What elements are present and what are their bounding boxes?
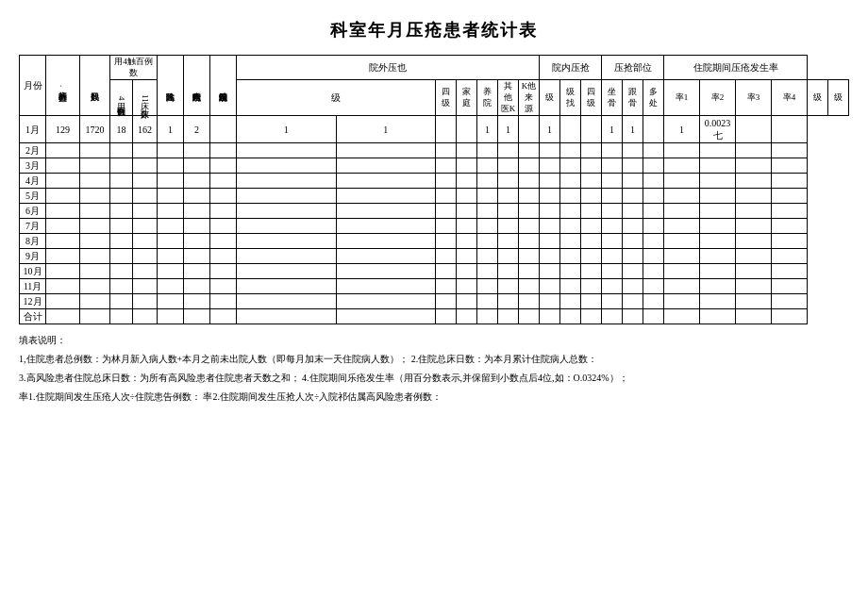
month-10: 10月: [20, 264, 46, 279]
site-multi-1: [643, 116, 664, 143]
notes-line-2: 3.高风险患者住院总床日数：为所有高风险患者住院患者天数之和； 4.住院期间乐疮…: [19, 370, 849, 387]
rate3-1: [736, 116, 772, 143]
inside-1-1: 1: [540, 116, 560, 143]
table-row: 5月: [20, 189, 849, 204]
site-sitting-header: 坐骨: [602, 80, 623, 116]
table-row: 12月: [20, 294, 849, 309]
notes-line-1: 1,住院患者总例数：为林月新入病人数+本月之前未出院人数（即每月加末一天住院病人…: [19, 351, 849, 368]
inside-1-header: 级: [540, 80, 560, 116]
outside-home-header: 家庭: [457, 80, 477, 116]
table-row: 4月: [20, 174, 849, 189]
site-heel-1: 1: [623, 116, 643, 143]
inside-4-header: 四级: [581, 80, 602, 116]
table-row: 11月: [20, 279, 849, 294]
rate2-1: 0.0023七: [700, 116, 736, 143]
table-row: 3月: [20, 158, 849, 174]
outside-g2-1: 1: [336, 116, 436, 143]
col-highrisk-header: 用4触百例数: [110, 56, 158, 80]
outside-k-1: [519, 116, 540, 143]
outside-g1-1: 1: [237, 116, 337, 143]
site-heel-header: 跟骨: [623, 80, 643, 116]
internal-new-1: 2: [184, 116, 210, 143]
outside-4-1: [436, 116, 457, 143]
month-6: 6月: [20, 204, 46, 219]
outside-k-header: K他来源: [519, 80, 540, 116]
col-days: 般妈日数: [80, 56, 110, 116]
patients-1: 129: [46, 116, 80, 143]
notes-title: 填表说明：: [19, 332, 849, 349]
highrisk-count-1: 18: [110, 116, 133, 143]
inside-2-1: [560, 116, 581, 143]
outside-nursing-1: 1: [477, 116, 498, 143]
month-2: 2月: [20, 143, 46, 158]
page-title: 科室年月压疮患者统计表: [19, 19, 849, 41]
site-sit-1: 1: [602, 116, 623, 143]
table-row-total: 合计: [20, 309, 849, 324]
table-row: 7月: [20, 219, 849, 234]
table-row: 6月: [20, 204, 849, 219]
table-row: 2月: [20, 143, 849, 158]
site-multi-header: 多处: [643, 80, 664, 116]
notes-section: 填表说明： 1,住院患者总例数：为林月新入病人数+本月之前未出院人数（即每月加末…: [19, 332, 849, 406]
col-highrisk-count: 用4触百例数: [110, 80, 133, 116]
col-internal-total: 涉以院端总例份: [210, 56, 237, 116]
month-4: 4月: [20, 174, 46, 189]
rate2-header: 率2: [700, 80, 736, 116]
month-9: 9月: [20, 249, 46, 264]
col-highrisk-beds: 床11床数: [133, 80, 158, 116]
inside-rescue-header: 院内压抢: [540, 56, 602, 80]
month-7: 7月: [20, 219, 46, 234]
rate1-1: 1: [664, 116, 700, 143]
col-highrisk-days: 高风险除住: [158, 56, 184, 116]
outside-grade2-header: 级: [828, 80, 849, 116]
month-8: 8月: [20, 234, 46, 249]
inside-4-1: [581, 116, 602, 143]
month-11: 11月: [20, 279, 46, 294]
month-3: 3月: [20, 158, 46, 174]
outside-4-header: 四级: [436, 80, 457, 116]
internal-total-1: [210, 116, 237, 143]
outside-grade-header: 级: [237, 80, 436, 116]
month-1: 1月: [20, 116, 46, 143]
table-row: 9月: [20, 249, 849, 264]
outside-home-1: [457, 116, 477, 143]
rate-header: 住院期间压疮发生率: [664, 56, 808, 80]
col-patients: 的患打.分例数: [46, 56, 80, 116]
table-row: 10月: [20, 264, 849, 279]
notes-line-3: 率1.住院期间发生压疮人次÷住院患告例数： 率2.住院期间发生压抢人次÷入院祁估…: [19, 389, 849, 406]
table-row: 8月: [20, 234, 849, 249]
month-header: 月份: [20, 56, 46, 116]
rate4-header: 率4: [772, 80, 808, 116]
rate4-1: [772, 116, 808, 143]
days-1: 1720: [80, 116, 110, 143]
month-total: 合计: [20, 309, 46, 324]
rate1-header: 率1: [664, 80, 700, 116]
outside-other-1: 1: [498, 116, 519, 143]
col-internal-new: 院内乐疮幽数: [184, 56, 210, 116]
highrisk-days-1: 1: [158, 116, 184, 143]
table-row: 1月 129 1720 18 162 1 2 1 1 1 1 1 1 1 1 0…: [20, 116, 849, 143]
inside-2-header: 级找: [560, 80, 581, 116]
outside-pressure-header: 院外压也: [237, 56, 540, 80]
highrisk-beds-1: 162: [133, 116, 158, 143]
outside-other-header: 其他医K: [498, 80, 519, 116]
outside-nursing-header: 养院: [477, 80, 498, 116]
month-5: 5月: [20, 189, 46, 204]
rate3-header: 率3: [736, 80, 772, 116]
rescue-site-header: 压抢部位: [602, 56, 664, 80]
month-12: 12月: [20, 294, 46, 309]
outside-grade1-header: 级: [808, 80, 828, 116]
